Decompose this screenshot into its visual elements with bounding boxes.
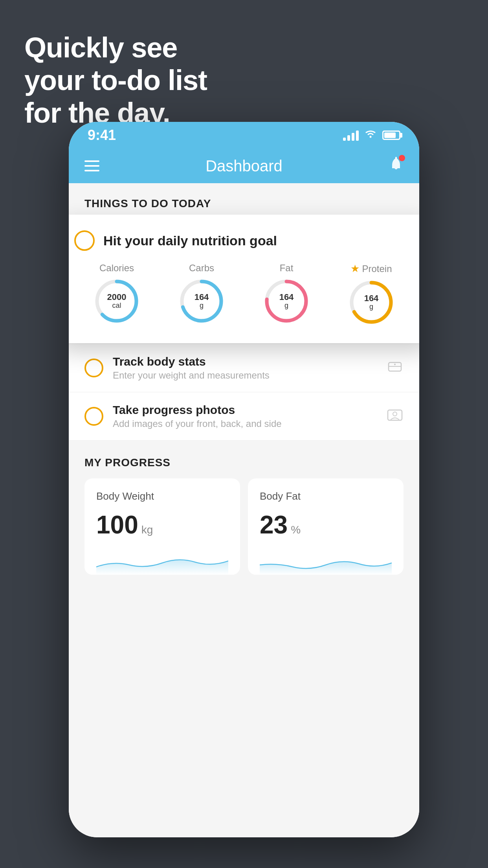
body-weight-unit: kg (141, 524, 153, 536)
protein-label: ★ Protein (350, 263, 392, 275)
app-content: THINGS TO DO TODAY Hit your daily nutrit… (69, 183, 419, 837)
fat-label: Fat (280, 263, 294, 274)
progress-title: MY PROGRESS (84, 456, 404, 469)
nav-bar: Dashboard (69, 149, 419, 183)
phone-frame: 9:41 (69, 122, 419, 837)
body-weight-card-title: Body Weight (96, 490, 228, 502)
carbs-unit: g (194, 302, 209, 310)
star-icon: ★ (350, 263, 360, 275)
svg-point-12 (394, 364, 396, 365)
phone-mockup: 9:41 (69, 122, 419, 837)
todo-item-photos[interactable]: Take progress photos Add images of your … (69, 392, 419, 441)
svg-rect-13 (388, 410, 402, 420)
menu-button[interactable] (84, 160, 99, 171)
photos-text: Take progress photos Add images of your … (113, 403, 377, 429)
body-fat-value-container: 23 % (260, 510, 392, 539)
metric-protein: ★ Protein 164 g (348, 263, 395, 326)
todo-item-body-stats[interactable]: Track body stats Enter your weight and m… (69, 344, 419, 392)
svg-rect-1 (395, 157, 397, 159)
bodystats-check-circle (84, 359, 103, 377)
nutrition-metrics: Calories 2000 cal (74, 263, 414, 326)
protein-value: 164 (364, 294, 379, 303)
battery-icon (382, 131, 400, 140)
body-weight-chart (96, 547, 228, 575)
calories-label: Calories (99, 263, 134, 274)
signal-icon (343, 130, 359, 141)
metric-calories: Calories 2000 cal (93, 263, 140, 325)
notification-button[interactable] (389, 156, 404, 176)
fat-ring: 164 g (263, 278, 310, 325)
body-fat-unit: % (291, 524, 301, 536)
nav-title: Dashboard (205, 157, 283, 175)
body-fat-card-title: Body Fat (260, 490, 392, 502)
headline-text: Quickly see your to-do list for the day. (24, 31, 207, 129)
progress-cards: Body Weight 100 kg (84, 478, 404, 575)
body-weight-value-container: 100 kg (96, 510, 228, 539)
protein-unit: g (364, 303, 379, 311)
bodystats-title: Track body stats (113, 355, 377, 368)
fat-value: 164 (279, 292, 294, 302)
metric-carbs: Carbs 164 g (178, 263, 225, 325)
calories-ring: 2000 cal (93, 278, 140, 325)
notification-dot (399, 155, 405, 161)
body-fat-number: 23 (260, 510, 288, 539)
svg-point-0 (370, 136, 372, 138)
status-bar: 9:41 (69, 122, 419, 149)
carbs-label: Carbs (189, 263, 214, 274)
nutrition-check-circle (74, 230, 95, 251)
protein-ring: 164 g (348, 279, 395, 326)
photos-subtitle: Add images of your front, back, and side (113, 418, 377, 429)
nutrition-card[interactable]: Hit your daily nutrition goal Calories (69, 215, 419, 343)
calories-unit: cal (107, 302, 127, 310)
photo-person-icon (386, 408, 404, 425)
wifi-icon (364, 129, 377, 142)
bodystats-subtitle: Enter your weight and measurements (113, 370, 377, 381)
status-time: 9:41 (88, 127, 116, 143)
photos-check-circle (84, 407, 103, 426)
status-icons (343, 129, 400, 142)
nutrition-card-header: Hit your daily nutrition goal (74, 230, 414, 251)
carbs-ring: 164 g (178, 278, 225, 325)
things-title: THINGS TO DO TODAY (84, 197, 211, 210)
svg-point-14 (393, 412, 397, 416)
nutrition-card-title: Hit your daily nutrition goal (103, 233, 277, 248)
body-weight-number: 100 (96, 510, 138, 539)
progress-section: MY PROGRESS Body Weight 100 kg (69, 441, 419, 583)
scale-icon (386, 359, 404, 377)
photos-title: Take progress photos (113, 403, 377, 417)
body-fat-chart (260, 547, 392, 575)
body-weight-card[interactable]: Body Weight 100 kg (84, 478, 240, 575)
metric-fat: Fat 164 g (263, 263, 310, 325)
calories-value: 2000 (107, 292, 127, 302)
things-section-header: THINGS TO DO TODAY (69, 183, 419, 217)
bodystats-text: Track body stats Enter your weight and m… (113, 355, 377, 381)
body-fat-card[interactable]: Body Fat 23 % (248, 478, 404, 575)
fat-unit: g (279, 302, 294, 310)
carbs-value: 164 (194, 292, 209, 302)
